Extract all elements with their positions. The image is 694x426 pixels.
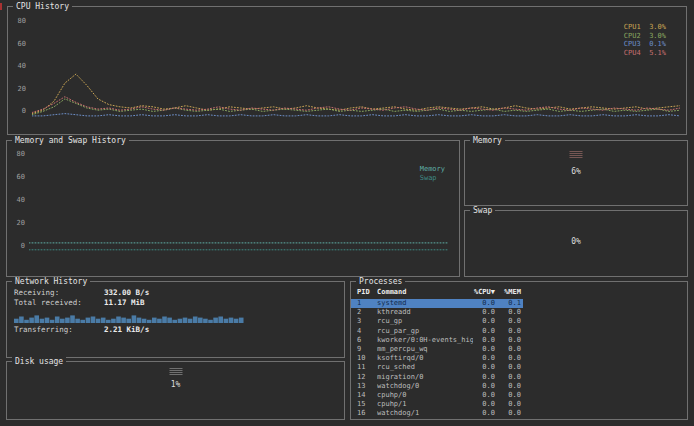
process-pid: 2 xyxy=(357,308,377,317)
column-header-command[interactable]: Command xyxy=(377,288,473,297)
cpu-legend-item: CPU2 3.0% xyxy=(624,32,666,41)
process-cpu: 0.0 xyxy=(473,308,495,317)
process-row[interactable]: 13watchdog/00.00.0 xyxy=(351,382,523,391)
memory-swap-history-panel: Memory and Swap History 806040200 Memory… xyxy=(6,140,460,277)
process-cpu: 0.0 xyxy=(473,363,495,372)
process-mem: 0.0 xyxy=(495,327,521,336)
column-header-mem[interactable]: %MEM xyxy=(495,288,521,297)
process-row[interactable]: 9mm_percpu_wq0.00.0 xyxy=(351,345,523,354)
cpu-history-panel: CPU History 806040200 CPU1 3.0%CPU2 3.0%… xyxy=(7,6,687,135)
memory-mini-chart xyxy=(570,151,583,158)
process-pid: 14 xyxy=(357,391,377,400)
swap-gauge-title: Swap xyxy=(470,206,495,215)
y-axis-tick: 60 xyxy=(12,41,26,48)
memory-gauge-value: 6% xyxy=(465,167,687,176)
process-cmd: ksoftirqd/0 xyxy=(377,354,473,363)
process-cpu: 0.0 xyxy=(473,382,495,391)
process-row[interactable]: 3rcu_gp0.00.0 xyxy=(351,317,523,326)
process-cpu: 0.0 xyxy=(473,409,495,418)
process-cmd: kworker/0:0H-events_high xyxy=(377,336,473,345)
process-row[interactable]: 14cpuhp/00.00.0 xyxy=(351,391,523,400)
process-pid: 13 xyxy=(357,382,377,391)
process-cmd: watchdog/0 xyxy=(377,382,473,391)
process-cmd: rcu_sched xyxy=(377,363,473,372)
system-monitor-screen: { "panels": { "cpu": { "title": "CPU His… xyxy=(0,0,694,426)
y-axis-tick: 0 xyxy=(11,243,25,250)
process-cpu: 0.0 xyxy=(473,327,495,336)
process-row[interactable]: 10ksoftirqd/00.00.0 xyxy=(351,354,523,363)
process-pid: 16 xyxy=(357,409,377,418)
receiving-label: Receiving: xyxy=(14,288,104,298)
column-header-cpu[interactable]: %CPU▼ xyxy=(473,288,495,297)
process-cpu: 0.0 xyxy=(473,317,495,326)
process-mem: 0.0 xyxy=(495,391,521,400)
process-pid: 3 xyxy=(357,317,377,326)
process-mem: 0.0 xyxy=(495,317,521,326)
screen-artifact xyxy=(0,3,2,10)
process-cmd: systemd xyxy=(377,299,473,308)
process-mem: 0.0 xyxy=(495,354,521,363)
y-axis-tick: 40 xyxy=(11,197,25,204)
process-row[interactable]: 16watchdog/10.00.0 xyxy=(351,409,523,418)
process-cmd: kthreadd xyxy=(377,308,473,317)
cpu-legend-item: CPU4 5.1% xyxy=(624,49,666,58)
process-cmd: watchdog/1 xyxy=(377,409,473,418)
process-pid: 11 xyxy=(357,363,377,372)
y-axis-tick: 40 xyxy=(12,63,26,70)
process-cpu: 0.0 xyxy=(473,336,495,345)
process-cpu: 0.0 xyxy=(473,345,495,354)
process-row[interactable]: 6kworker/0:0H-events_high0.00.0 xyxy=(351,336,523,345)
process-cpu: 0.0 xyxy=(473,400,495,409)
network-receiving-line: Receiving: 332.00 B/s xyxy=(7,288,344,298)
y-axis-tick: 80 xyxy=(11,151,25,158)
y-axis-tick: 20 xyxy=(12,86,26,93)
network-history-title: Network History xyxy=(12,277,90,286)
process-row[interactable]: 1systemd0.00.1 xyxy=(351,299,523,308)
process-mem: 0.0 xyxy=(495,400,521,409)
disk-usage-title: Disk usage xyxy=(12,357,66,366)
process-cmd: mm_percpu_wq xyxy=(377,345,473,354)
memory-legend: MemorySwap xyxy=(420,165,445,182)
network-history-panel: Network History Receiving: 332.00 B/s To… xyxy=(6,281,345,358)
process-mem: 0.0 xyxy=(495,336,521,345)
process-cpu: 0.0 xyxy=(473,299,495,308)
process-row[interactable]: 15cpuhp/10.00.0 xyxy=(351,400,523,409)
process-mem: 0.0 xyxy=(495,409,521,418)
process-pid: 6 xyxy=(357,336,377,345)
process-cmd: migration/0 xyxy=(377,373,473,382)
process-mem: 0.0 xyxy=(495,363,521,372)
memory-gauge-title: Memory xyxy=(470,136,505,145)
receiving-value: 332.00 B/s xyxy=(104,288,149,298)
process-pid: 15 xyxy=(357,400,377,409)
transferring-value: 2.21 KiB/s xyxy=(104,325,149,335)
memory-swap-history-title: Memory and Swap History xyxy=(12,136,129,145)
process-cpu: 0.0 xyxy=(473,373,495,382)
total-received-value: 11.17 MiB xyxy=(104,298,145,308)
process-pid: 1 xyxy=(357,299,377,308)
process-row[interactable]: 11rcu_sched0.00.0 xyxy=(351,363,523,372)
process-cmd: rcu_gp xyxy=(377,317,473,326)
y-axis-tick: 80 xyxy=(12,18,26,25)
memory-gauge-panel: Memory 6% xyxy=(464,140,688,206)
processes-title: Processes xyxy=(356,277,405,286)
process-row[interactable]: 4rcu_par_gp0.00.0 xyxy=(351,327,523,336)
swap-gauge-value: 0% xyxy=(465,237,687,246)
column-header-pid[interactable]: PID xyxy=(357,288,377,297)
process-pid: 10 xyxy=(357,354,377,363)
process-row[interactable]: 2kthreadd0.00.0 xyxy=(351,308,523,317)
cpu-y-axis: 806040200 xyxy=(12,18,26,115)
cpu-legend-item: CPU3 0.1% xyxy=(624,40,666,49)
network-transferring-line: Transferring: 2.21 KiB/s xyxy=(7,325,344,335)
disk-mini-chart xyxy=(169,368,182,375)
disk-usage-value: 1% xyxy=(7,380,344,389)
total-received-label: Total received: xyxy=(14,298,104,308)
network-total-received-line: Total received: 11.17 MiB xyxy=(7,298,344,308)
processes-header: PID Command %CPU▼ %MEM xyxy=(351,288,687,297)
process-row[interactable]: 12migration/00.00.0 xyxy=(351,373,523,382)
process-mem: 0.0 xyxy=(495,308,521,317)
memory-legend-item: Memory xyxy=(420,165,445,174)
process-cpu: 0.0 xyxy=(473,391,495,400)
processes-panel: Processes PID Command %CPU▼ %MEM 1system… xyxy=(350,281,688,420)
memory-y-axis: 806040200 xyxy=(11,151,25,250)
memory-history-chart xyxy=(29,153,449,251)
